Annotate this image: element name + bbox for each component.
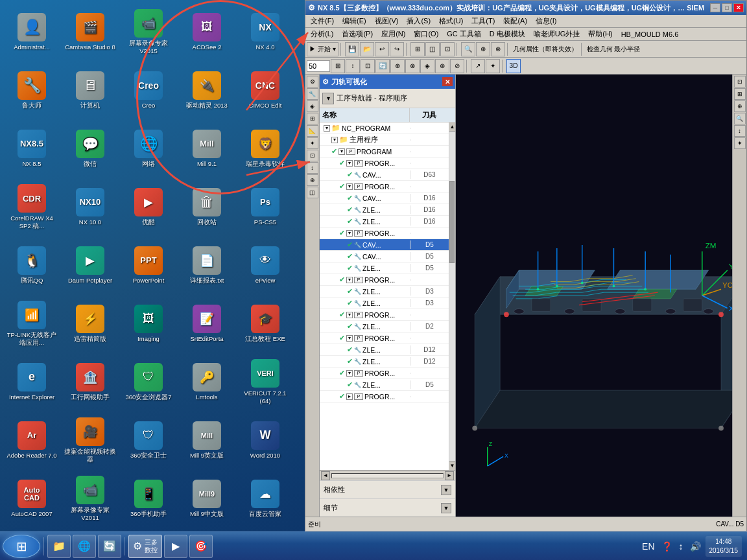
sidebar-icon-8[interactable]: ↕ [307,162,318,174]
icon-nx4[interactable]: NX NX 4.0 [237,3,294,60]
icon-tencent-qq[interactable]: 🐧 腾讯QQ [3,237,60,294]
icon-360phone[interactable]: 📱 360手机助手 [120,470,177,527]
icon-lmtools[interactable]: 🔑 Lmtools [178,353,235,410]
icon-autocad[interactable]: Auto CAD AutoCAD 2007 [3,470,60,527]
menu-gc-toolbox[interactable]: GC 工具箱 [443,28,485,40]
tree-hscrollbar[interactable]: ◄ ► [320,470,455,480]
detail-expand-button[interactable]: ▼ [441,503,451,513]
menu-tools[interactable]: 工具(T) [468,15,499,27]
scroll-up-button[interactable]: ▲ [449,122,455,132]
tree-row-cav-d5-selected[interactable]: ✔ 🔧 CAV... D5 [320,239,449,251]
icon-network[interactable]: 🌐 网络 [120,120,177,177]
toolbar-t1[interactable]: ⊞ [331,59,345,73]
progr7-expand[interactable]: ▾ [346,370,353,377]
icon-tplink[interactable]: 📶 TP-LINK无线客户端应用... [3,295,60,352]
progr3-expand[interactable]: ▾ [346,230,353,237]
sidebar-icon-5[interactable]: 📐 [307,125,318,137]
sidebar-icon-4[interactable]: ⊞ [307,113,318,124]
tree-vscrollbar[interactable]: ▲ ▼ [449,122,455,470]
toolbar-t3[interactable]: ⊡ [361,59,375,73]
menu-app[interactable]: 应用(N) [377,28,409,40]
menu-assembly[interactable]: 装配(A) [499,15,531,27]
menu-help[interactable]: 帮助(H) [584,28,616,40]
tree-row-progr-1[interactable]: ✔ ▾ P PROGR... [320,158,449,169]
close-button[interactable]: ✕ [733,3,744,12]
op-nav-icon-1[interactable]: ▾ [322,93,334,104]
toolbar-t11[interactable]: ✦ [486,59,500,73]
hscroll-left-button[interactable]: ◄ [321,471,330,480]
icon-ludashi[interactable]: 🔧 鲁大师 [3,62,60,119]
icon-adobe[interactable]: Ar Adobe Reader 7.0 [3,412,60,469]
sidebar-icon-10[interactable]: ◫ [307,187,318,198]
taskbar-nx-btn[interactable]: ⚙ 三多数控 [128,535,162,558]
icon-youku[interactable]: ▶ 优酷 [120,178,177,235]
scroll-thumb[interactable] [449,181,455,263]
menu-d-electrode[interactable]: D 电极模块 [486,28,529,40]
icon-jiejie[interactable]: 🎥 捷案金能视频转换器 [62,412,119,469]
icon-srtedit[interactable]: 📝 SrtEditPorta [178,295,235,352]
tool-panel-close-button[interactable]: ✕ [442,77,453,86]
icon-daum[interactable]: ▶ Daum Potplayer [62,237,119,294]
right-sidebar-icon-2[interactable]: ⊞ [734,88,746,100]
toolbar-view3[interactable]: ⊡ [440,42,455,56]
right-sidebar-icon-3[interactable]: ⊕ [734,100,746,112]
tree-row-zle-d5-last[interactable]: ✔ 🔧 ZLE... D5 [320,379,449,391]
icon-epview[interactable]: 👁 ePview [237,237,294,294]
taskbar-target-btn[interactable]: 🎯 [189,535,213,558]
menu-window[interactable]: 窗口(O) [410,28,442,40]
sidebar-icon-9[interactable]: ⊕ [307,174,318,186]
menu-edit[interactable]: 编辑(E) [338,15,370,27]
start-button[interactable]: ⊞ [3,535,40,558]
icon-word2010[interactable]: W Word 2010 [237,412,294,469]
menu-format[interactable]: 格式(U) [435,15,467,27]
toolbar-t6[interactable]: ⊗ [405,59,420,73]
sidebar-icon-7[interactable]: ⊡ [307,150,318,161]
icon-creo[interactable]: Creo Creo [120,62,177,119]
main-prog-expand[interactable]: ▾ [331,137,338,143]
icon-mill9cn[interactable]: Mill9 Mill 9中文版 [178,470,235,527]
toolbar-3d-view[interactable]: 3D [506,59,521,73]
icon-ps-cs5[interactable]: Ps PS-CS5 [237,178,294,235]
tree-row-cav-d5-2[interactable]: ✔ 🔧 CAV... D5 [320,251,449,262]
tree-row-zle-d12-2[interactable]: ✔ 🔧 ZLE... D12 [320,356,449,368]
zoom-input[interactable] [307,60,330,72]
maximize-button[interactable]: □ [722,3,732,12]
tree-row-zle-d5[interactable]: ✔ 🔧 ZLE... D5 [320,262,449,274]
hscroll-right-button[interactable]: ► [445,471,454,480]
toolbar-view1[interactable]: ⊞ [410,42,425,56]
nc-program-expand[interactable]: ▾ [324,125,330,132]
menu-view[interactable]: 视图(V) [371,15,403,27]
menu-insert[interactable]: 插入(S) [403,15,434,27]
icon-screen-recorder[interactable]: 📹 屏幕录像专家 V2015 [120,3,177,60]
icon-baidu[interactable]: ☁ 百度云管家 [237,470,294,527]
icon-coreldraw[interactable]: CDR CorelDRAW X4 SP2 稿... [3,178,60,235]
icon-recycle[interactable]: 🗑 回收站 [178,178,235,235]
sidebar-icon-1[interactable]: ⚙ [307,76,318,88]
nx-3d-viewport[interactable]: ZM YM YC XM Z X [456,75,746,517]
tree-row-progr-4[interactable]: ✔ ▾ P PROGR... [320,274,449,286]
toolbar-t7[interactable]: ◈ [420,59,434,73]
tree-row-zle-d16-1[interactable]: ✔ 🔧 ZLE... D16 [320,204,449,216]
menu-yu-plugin[interactable]: 喻老师UG外挂 [530,28,584,40]
toolbar-view4[interactable]: 🔍 [461,42,475,56]
scroll-down-button[interactable]: ▼ [449,461,455,470]
clock-display[interactable]: 14:48 2016/3/15 [706,536,742,557]
tree-row-main-program[interactable]: ▾ 📁 主用程序 [320,134,449,146]
menu-preferences[interactable]: 首选项(P) [338,28,377,40]
icon-nx85[interactable]: NX8.5 NX 8.5 [3,120,60,177]
toolbar-redo[interactable]: ↪ [390,42,404,56]
tree-row-nc-program[interactable]: ▾ 📁 NC_PROGRAM [320,122,449,134]
program-expand[interactable]: ▾ [338,148,345,155]
menu-info[interactable]: 信息(I) [532,15,560,27]
tree-row-cav-d16[interactable]: ✔ 🔧 CAV... D16 [320,192,449,204]
right-sidebar-icon-5[interactable]: ↕ [734,125,746,137]
minimize-button[interactable]: ─ [710,3,720,12]
tree-row-progr-7[interactable]: ✔ ▾ P PROGR... [320,368,449,379]
tree-row-zle-d12-1[interactable]: ✔ 🔧 ZLE... D12 [320,344,449,356]
toolbar-view2[interactable]: ◫ [425,42,440,56]
icon-nx10[interactable]: NX10 NX 10.0 [62,178,119,235]
icon-mill9[interactable]: Mill Mill 9.1 [178,120,235,177]
tree-row-progr-2[interactable]: ✔ ▾ P PROGR... [320,181,449,192]
toolbar-view5[interactable]: ⊕ [476,42,490,56]
progr4-expand[interactable]: ▾ [346,277,353,283]
